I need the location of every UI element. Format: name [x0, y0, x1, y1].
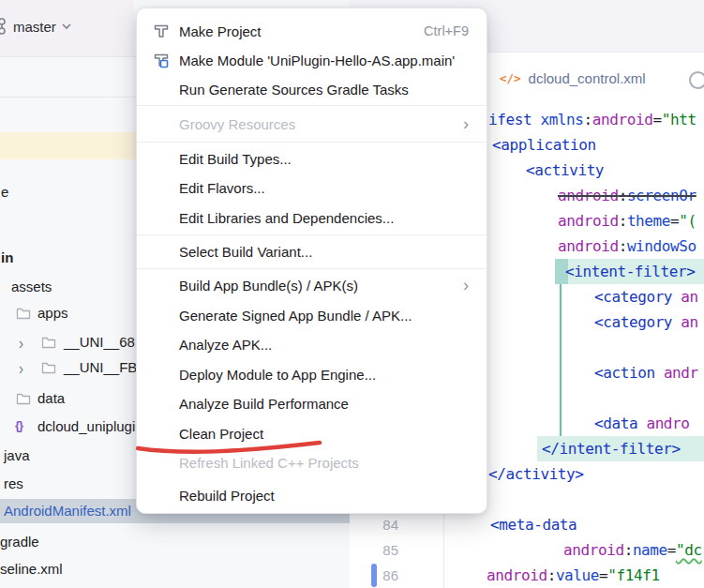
code-line: <action andr — [594, 360, 698, 385]
menu-item-label: Analyze APK... — [179, 337, 272, 353]
line-number: 85 — [350, 537, 398, 563]
menu-item-label: Select Build Variant... — [179, 244, 312, 260]
menu-separator — [137, 142, 487, 143]
menu-item-label: Edit Libraries and Dependencies... — [179, 210, 394, 226]
code-line: android:screenOr — [558, 183, 697, 208]
menu-item-label: Rebuild Project — [179, 488, 275, 504]
menu-item-rebuild-project[interactable]: Rebuild Project — [142, 481, 482, 510]
menu-item-generate-signed-app-bundle-apk[interactable]: Generate Signed App Bundle / APK... — [142, 301, 482, 330]
menu-item-refresh-linked-c-projects: Refresh Linked C++ Projects — [142, 448, 482, 477]
expand-chevron-icon[interactable]: › — [19, 334, 23, 351]
tree-item-label: AndroidManifest.xml — [4, 499, 131, 523]
code-line: android:value="f14f1 — [487, 563, 660, 588]
branch-name: master — [13, 19, 56, 35]
tree-item-label: apps — [37, 301, 68, 325]
menu-separator — [137, 105, 487, 106]
code-line: android:windowSo — [558, 234, 697, 259]
menu-item-label: Deploy Module to App Engine... — [179, 367, 376, 383]
vcs-change-marker — [371, 564, 377, 587]
menu-item-analyze-apk[interactable]: Analyze APK... — [142, 330, 482, 359]
code-line: <meta-data — [490, 512, 577, 537]
menu-item-edit-build-types[interactable]: Edit Build Types... — [142, 144, 482, 173]
menu-item-label: Analyze Build Performance — [179, 396, 349, 412]
code-line: <application — [492, 132, 596, 158]
tree-item-label: seline.xml — [0, 557, 63, 581]
menu-item-label: Build App Bundle(s) / APK(s) — [179, 278, 358, 294]
menu-item-make-module-uniplugin-hello-as-app-main[interactable]: Make Module 'UniPlugin-Hello-AS.app.main… — [142, 46, 482, 75]
code-line: <data andro — [594, 411, 690, 436]
submenu-arrow-icon: › — [463, 115, 469, 132]
tab-dcloud-control-xml[interactable]: </> dcloud_control.xml — [500, 64, 646, 92]
code-line: android:theme="( — [558, 208, 697, 234]
menu-item-label: Edit Build Types... — [179, 151, 292, 167]
menu-item-deploy-module-to-app-engine[interactable]: Deploy Module to App Engine... — [142, 360, 482, 389]
code-line: <intent-filter> — [565, 259, 696, 284]
tree-item-label: data — [37, 386, 65, 411]
folder-icon — [16, 392, 31, 408]
branch-selector[interactable]: master — [2, 17, 71, 36]
chevron-down-icon — [62, 23, 71, 30]
matched-tag-guide-line — [560, 284, 562, 436]
code-line: <activity — [526, 158, 604, 183]
submenu-arrow-icon: › — [463, 277, 469, 294]
folder-icon — [16, 307, 31, 323]
xml-file-icon: </> — [500, 71, 521, 85]
menu-item-label: Make Module 'UniPlugin-Hello-AS.app.main… — [179, 53, 455, 68]
code-line: <category an — [594, 309, 698, 335]
hammer-module-icon — [153, 52, 170, 68]
menu-item-label: Generate Signed App Bundle / APK... — [179, 308, 412, 324]
vcs-toolbar: master — [0, 0, 134, 56]
build-context-menu: Make ProjectCtrl+F9Make Module 'UniPlugi… — [136, 8, 487, 514]
git-branch-icon — [0, 17, 7, 36]
menu-shortcut: Ctrl+F9 — [424, 23, 469, 38]
menu-item-label: Clean Project — [179, 426, 263, 442]
tab-options-icon[interactable] — [689, 71, 704, 89]
menu-item-edit-flavors[interactable]: Edit Flavors... — [142, 173, 482, 203]
menu-item-edit-libraries-and-dependencies[interactable]: Edit Libraries and Dependencies... — [142, 204, 482, 233]
android-studio-window: master einassetsapps›__UNI__68FE5›__UNI_… — [0, 0, 704, 588]
hammer-icon — [153, 23, 170, 39]
code-line: <category an — [594, 284, 698, 309]
folder-icon — [41, 361, 56, 377]
menu-item-analyze-build-performance[interactable]: Analyze Build Performance — [142, 389, 482, 418]
menu-item-groovy-resources: Groovy Resources› — [142, 110, 482, 139]
menu-item-label: Edit Flavors... — [179, 180, 265, 196]
tree-item-label: gradle — [0, 530, 39, 554]
menu-item-clean-project[interactable]: Clean Project — [142, 419, 482, 448]
code-line: android:name="dc — [563, 537, 702, 563]
tree-item-label: e — [1, 180, 8, 204]
braces-icon: {} — [15, 418, 22, 432]
tree-item-label: java — [4, 444, 30, 468]
code-line: ifest xmlns:android="htt — [488, 107, 697, 132]
menu-item-label: Groovy Resources — [179, 116, 295, 132]
code-line: </intent-filter> — [542, 436, 681, 461]
tree-item-label: dcloud_uniplugin — [37, 415, 143, 439]
menu-separator — [137, 234, 487, 235]
tree-item-label: res — [4, 472, 23, 496]
tree-item-label: in — [1, 246, 13, 270]
expand-chevron-icon[interactable]: › — [19, 359, 23, 376]
menu-item-label: Make Project — [179, 23, 262, 39]
menu-item-make-project[interactable]: Make ProjectCtrl+F9 — [142, 17, 482, 46]
tree-item-label: assets — [11, 275, 52, 299]
code-line: </activity> — [488, 461, 584, 487]
menu-item-label: Refresh Linked C++ Projects — [179, 455, 359, 471]
menu-item-build-app-bundle-s-apk-s[interactable]: Build App Bundle(s) / APK(s)› — [142, 271, 482, 300]
menu-item-run-generate-sources-gradle-tasks[interactable]: Run Generate Sources Gradle Tasks — [142, 75, 482, 104]
menu-separator — [137, 268, 487, 269]
menu-item-label: Run Generate Sources Gradle Tasks — [179, 82, 409, 98]
line-number: 84 — [350, 512, 398, 537]
folder-icon — [41, 336, 56, 352]
tab-label: dcloud_control.xml — [529, 70, 646, 86]
menu-item-select-build-variant[interactable]: Select Build Variant... — [142, 237, 482, 266]
